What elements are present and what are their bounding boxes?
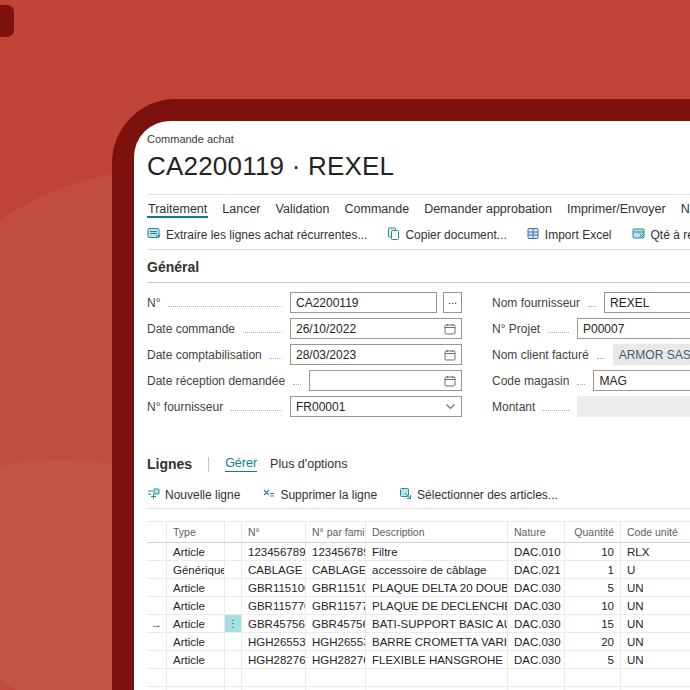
lines-header: Lignes Gérer Plus d'options <box>147 455 690 473</box>
menu-item-validation[interactable]: Validation <box>275 200 331 218</box>
field-no-fournisseur: N° fournisseur FR00001 <box>147 396 462 417</box>
field-code-magasin: Code magasin MAG <box>492 370 690 391</box>
action-selectionner-articles[interactable]: Sélectionner des articles... <box>399 487 558 503</box>
copy-document-icon <box>387 227 400 243</box>
corner-decoration <box>0 5 14 37</box>
no-fournisseur-input[interactable]: FR00001 <box>290 396 462 417</box>
table-row[interactable]: Article GBR1151001... GBR1151001... PLAQ… <box>147 579 690 597</box>
row-selector-arrow-icon: → <box>147 615 167 632</box>
date-reception-input[interactable] <box>309 370 462 391</box>
table-row[interactable]: Article GBR1157701... GBR1157701... PLAQ… <box>147 597 690 615</box>
menu-item-commande[interactable]: Commande <box>344 200 411 218</box>
qty-to-receive-zero-icon <box>632 228 646 243</box>
purchase-order-page: Commande achat CA2200119 · REXEL Traitem… <box>134 121 690 690</box>
montant-field <box>577 396 690 417</box>
tab-gerer[interactable]: Gérer <box>225 456 257 472</box>
table-row[interactable]: Article 12345678901 12345678901 Filtre D… <box>147 543 690 561</box>
general-left-column: N° CA2200119 ... Date commande 26/10/202… <box>147 292 462 422</box>
field-no-projet: N° Projet P00007 <box>492 318 690 339</box>
lines-separator <box>208 457 209 472</box>
lines-toolbar: Nouvelle ligne Supprimer la ligne Sélect… <box>147 484 690 506</box>
new-line-icon <box>147 487 160 503</box>
chevron-down-icon[interactable] <box>445 403 456 411</box>
calendar-icon[interactable] <box>444 349 456 361</box>
header-type[interactable]: Type <box>167 522 225 542</box>
general-right-column: Nom fournisseur REXEL N° Projet P00007 N… <box>492 292 690 422</box>
section-lines-title[interactable]: Lignes <box>147 456 192 472</box>
delete-line-icon <box>262 487 275 503</box>
date-commande-input[interactable]: 26/10/2022 <box>290 318 462 339</box>
page-title: CA2200119 · REXEL <box>147 151 690 182</box>
field-date-comptabilisation: Date comptabilisation 28/03/2023 <box>147 344 462 365</box>
page-caption: Commande achat <box>147 133 690 145</box>
nom-fournisseur-input[interactable]: REXEL <box>604 292 690 313</box>
menu-item-traitement[interactable]: Traitement <box>147 200 208 218</box>
table-row[interactable]: Article HGH26553400 HGH26553400 BARRE CR… <box>147 633 690 651</box>
field-montant: Montant <box>492 396 690 417</box>
action-copier-document[interactable]: Copier document... <box>387 227 506 243</box>
action-import-excel[interactable]: Import Excel <box>527 227 612 243</box>
title-divider <box>147 194 690 195</box>
import-excel-icon <box>527 227 540 243</box>
assist-edit-button[interactable]: ... <box>443 292 462 313</box>
header-description[interactable]: Description <box>366 522 508 542</box>
nom-client-facture-field: ARMOR SAS <box>613 344 690 365</box>
calendar-icon[interactable] <box>444 375 456 387</box>
action-qty-to-receive-zero[interactable]: Qté à recevoir à zéro <box>632 228 690 243</box>
header-nature[interactable]: Nature <box>508 522 565 542</box>
section-general-rule <box>147 282 690 283</box>
row-menu-dots-icon[interactable]: ⋮ <box>225 615 242 632</box>
actionbar-divider <box>147 249 690 250</box>
section-general-title[interactable]: Général <box>147 259 690 275</box>
menu-item-lancer[interactable]: Lancer <box>221 200 261 218</box>
table-row-selected[interactable]: → Article ⋮ GBR4575650... GBR4575650... … <box>147 615 690 633</box>
field-no: N° CA2200119 ... <box>147 292 462 313</box>
header-quantite[interactable]: Quantité <box>565 522 621 542</box>
date-comptabilisation-input[interactable]: 28/03/2023 <box>290 344 462 365</box>
tab-plus-options[interactable]: Plus d'options <box>270 457 347 471</box>
lines-toolbar-divider <box>147 508 690 509</box>
table-row[interactable]: Générique CABLAGE CABLAGE accessoire de … <box>147 561 690 579</box>
header-no[interactable]: N° <box>242 522 306 542</box>
no-input[interactable]: CA2200119 <box>290 292 437 313</box>
field-date-reception-demandee: Date réception demandée <box>147 370 462 391</box>
action-bar: Extraire les lignes achat récurrentes...… <box>147 224 690 246</box>
header-code-unite[interactable]: Code unité <box>621 522 690 542</box>
field-date-commande: Date commande 26/10/2022 <box>147 318 462 339</box>
table-row[interactable]: Article HGH28276000 HGH28276000 FLEXIBLE… <box>147 651 690 669</box>
field-nom-client-facture: Nom client facturé ARMOR SAS <box>492 344 690 365</box>
menu-item-naviguer[interactable]: Naviguer <box>680 200 690 218</box>
no-projet-input[interactable]: P00007 <box>577 318 690 339</box>
extract-recurring-lines-icon <box>147 227 161 243</box>
lines-table: Type N° N° par famille Description Natur… <box>147 521 690 690</box>
field-nom-fournisseur: Nom fournisseur REXEL <box>492 292 690 313</box>
select-items-icon <box>399 487 412 503</box>
table-header-row: Type N° N° par famille Description Natur… <box>147 522 690 543</box>
table-row-empty[interactable] <box>147 669 690 687</box>
action-extract-recurring-lines[interactable]: Extraire les lignes achat récurrentes... <box>147 227 367 243</box>
menu-item-demander-approbation[interactable]: Demander approbation <box>423 200 553 218</box>
code-magasin-input[interactable]: MAG <box>593 370 690 391</box>
general-fields: N° CA2200119 ... Date commande 26/10/202… <box>147 292 690 422</box>
header-famille[interactable]: N° par famille <box>306 522 366 542</box>
action-nouvelle-ligne[interactable]: Nouvelle ligne <box>147 487 240 503</box>
action-supprimer-ligne[interactable]: Supprimer la ligne <box>262 487 377 503</box>
calendar-icon[interactable] <box>444 323 456 335</box>
menu-bar: Traitement Lancer Validation Commande De… <box>147 198 690 219</box>
menu-item-imprimer-envoyer[interactable]: Imprimer/Envoyer <box>566 200 667 218</box>
